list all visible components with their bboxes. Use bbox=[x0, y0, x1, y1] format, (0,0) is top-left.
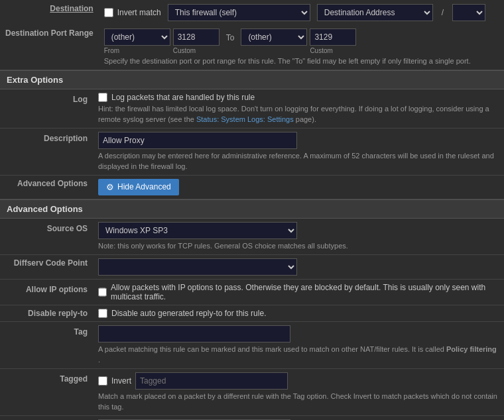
syslog-settings-link[interactable]: Status: System Logs: Settings bbox=[196, 115, 294, 123]
diffserv-label: Diffserv Code Point bbox=[0, 255, 93, 280]
tag-controls: A packet matching this rule can be marke… bbox=[93, 322, 504, 369]
slash-separator: / bbox=[440, 8, 446, 17]
from-port-input[interactable]: 3128 bbox=[173, 28, 220, 46]
hide-advanced-label: Hide Advanced bbox=[117, 182, 171, 191]
description-label: Description bbox=[0, 129, 93, 176]
log-hint: Hint: the firewall has limited local log… bbox=[98, 104, 499, 125]
tagged-invert-checkbox[interactable] bbox=[98, 376, 107, 386]
firewall-self-select[interactable]: This firewall (self) bbox=[168, 4, 310, 21]
extra-options-header: Extra Options bbox=[0, 70, 504, 89]
hide-advanced-button[interactable]: ⚙ Hide Advanced bbox=[98, 179, 179, 195]
dest-port-hint: Specify the destination port or port ran… bbox=[104, 56, 499, 66]
description-controls: Allow Proxy A description may be entered… bbox=[93, 129, 504, 176]
dest-port-label: Destination Port Range bbox=[0, 25, 99, 70]
tagged-input[interactable] bbox=[135, 372, 288, 390]
disable-reply-controls: Disable auto generated reply-to for this… bbox=[93, 305, 504, 322]
description-input[interactable]: Allow Proxy bbox=[98, 132, 297, 149]
allow-ip-controls: Allow packets with IP options to pass. O… bbox=[93, 280, 504, 305]
tag-hint: A packet matching this rule can be marke… bbox=[98, 344, 499, 365]
allow-ip-checkbox-label: Allow packets with IP options to pass. O… bbox=[111, 283, 499, 301]
from-port-type-select[interactable]: (other) bbox=[104, 28, 170, 46]
advanced-options-toggle-label: Advanced Options bbox=[0, 175, 93, 199]
allow-ip-label: Allow IP options bbox=[0, 280, 93, 305]
disable-reply-checkbox[interactable] bbox=[98, 309, 107, 318]
description-hint: A description may be entered here for ad… bbox=[98, 151, 499, 172]
tagged-label: Tagged bbox=[0, 369, 93, 416]
from-label: From bbox=[104, 47, 170, 54]
diffserv-select[interactable] bbox=[98, 258, 297, 276]
destination-label: Destination bbox=[0, 0, 99, 25]
disable-reply-checkbox-label: Disable auto generated reply-to for this… bbox=[111, 309, 266, 318]
destination-address-select[interactable]: Destination Address bbox=[317, 4, 433, 21]
advanced-options-header: Advanced Options bbox=[0, 199, 504, 219]
disable-reply-label: Disable reply-to bbox=[0, 305, 93, 322]
log-checkbox-label: Log packets that are handled by this rul… bbox=[111, 93, 255, 102]
to-custom-label: Custom bbox=[310, 47, 356, 54]
to-port-input[interactable]: 3129 bbox=[310, 28, 356, 46]
destination-controls: Invert match This firewall (self) Destin… bbox=[99, 0, 504, 25]
tag-label: Tag bbox=[0, 322, 93, 369]
tagged-invert-label: Invert bbox=[111, 376, 131, 386]
max-states-controls: Maximum state entries this rule can crea… bbox=[93, 415, 504, 420]
invert-match-checkbox[interactable] bbox=[104, 8, 113, 17]
policy-filtering-bold: Policy filtering bbox=[446, 345, 497, 353]
tagged-controls: Invert Match a mark placed on a packet b… bbox=[93, 369, 504, 416]
log-checkbox[interactable] bbox=[98, 93, 107, 102]
allow-ip-checkbox[interactable] bbox=[98, 288, 107, 297]
tagged-hint: Match a mark placed on a packet by a dif… bbox=[98, 392, 499, 412]
dest-port-controls: (other) 3128 From Custom To (other) bbox=[99, 25, 504, 70]
advanced-options-toggle-cell: ⚙ Hide Advanced bbox=[93, 175, 504, 199]
invert-match-label: Invert match bbox=[117, 8, 161, 17]
to-port-type-select[interactable]: (other) bbox=[241, 28, 307, 46]
source-os-hint: Note: this only works for TCP rules. Gen… bbox=[98, 241, 499, 251]
source-os-label: Source OS bbox=[0, 219, 93, 255]
source-os-controls: Windows XP SP3 Any Linux Mac OS X Window… bbox=[93, 219, 504, 255]
subnet-mask-select[interactable] bbox=[452, 4, 485, 21]
gear-icon: ⚙ bbox=[106, 182, 114, 192]
max-states-label: Max. states bbox=[0, 415, 93, 420]
from-custom-label: Custom bbox=[173, 47, 220, 54]
source-os-select[interactable]: Windows XP SP3 Any Linux Mac OS X Window… bbox=[98, 222, 297, 239]
diffserv-controls bbox=[93, 255, 504, 280]
log-controls: Log packets that are handled by this rul… bbox=[93, 89, 504, 128]
to-separator: To bbox=[223, 33, 237, 42]
log-label: Log bbox=[0, 89, 93, 128]
to-label-2 bbox=[241, 47, 307, 54]
tag-input[interactable] bbox=[98, 325, 290, 342]
